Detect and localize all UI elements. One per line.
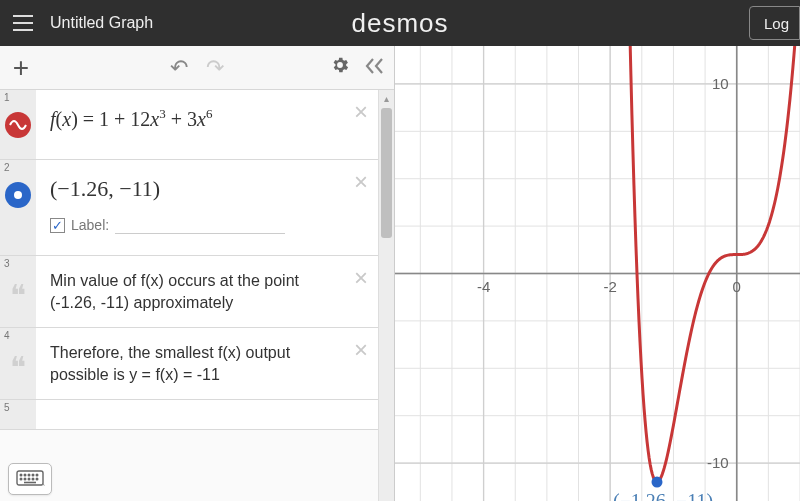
row-gutter: 1	[0, 90, 36, 159]
note-icon: ❝	[10, 360, 26, 375]
expr-text: x	[197, 108, 206, 130]
collapse-sidebar-icon[interactable]	[364, 55, 386, 81]
redo-button[interactable]: ↷	[206, 55, 224, 81]
chevron-up-icon: ⌃	[39, 482, 47, 492]
note-content[interactable]: Therefore, the smallest f(x) output poss…	[36, 328, 378, 399]
svg-text:-10: -10	[707, 454, 729, 471]
svg-point-5	[24, 474, 26, 476]
expr-text: x	[150, 108, 159, 130]
expr-text: + 3	[166, 108, 197, 130]
delete-row-icon[interactable]: ×	[354, 100, 368, 124]
row-gutter: 3 ❝	[0, 256, 36, 327]
expression-list: 1 f(x) = 1 + 12x3 + 3x6 × 2	[0, 90, 394, 501]
keyboard-button[interactable]: ⌃	[8, 463, 52, 495]
note-icon: ❝	[10, 288, 26, 303]
svg-point-50	[651, 477, 662, 488]
delete-row-icon[interactable]: ×	[354, 338, 368, 362]
expression-row[interactable]: 5	[0, 400, 378, 430]
sidebar-toolbar: + ↶ ↷	[0, 46, 394, 90]
label-checkbox[interactable]: ✓	[50, 218, 65, 233]
row-gutter: 2	[0, 160, 36, 255]
expression-row[interactable]: 1 f(x) = 1 + 12x3 + 3x6 ×	[0, 90, 378, 160]
expression-row[interactable]: 3 ❝ Min value of f(x) occurs at the poin…	[0, 256, 378, 328]
label-caption: Label:	[71, 217, 109, 233]
note-content[interactable]: Min value of f(x) occurs at the point (-…	[36, 256, 378, 327]
svg-point-4	[20, 474, 22, 476]
row-index: 1	[4, 92, 10, 103]
svg-text:-2: -2	[603, 278, 616, 295]
svg-point-13	[36, 478, 38, 480]
expression-content[interactable]: (−1.26, −11) ✓ Label:	[36, 160, 378, 255]
delete-row-icon[interactable]: ×	[354, 170, 368, 194]
row-index: 4	[4, 330, 10, 341]
menu-icon[interactable]	[0, 0, 46, 46]
gear-icon[interactable]	[330, 55, 350, 80]
expression-content[interactable]: f(x) = 1 + 12x3 + 3x6	[36, 90, 378, 159]
graph-title[interactable]: Untitled Graph	[50, 14, 153, 32]
svg-text:10: 10	[712, 75, 729, 92]
svg-text:-4: -4	[477, 278, 490, 295]
row-gutter: 4 ❝	[0, 328, 36, 399]
row-index: 2	[4, 162, 10, 173]
scroll-up-icon[interactable]: ▴	[379, 90, 394, 106]
scrollbar[interactable]: ▴	[378, 90, 394, 501]
undo-redo-group: ↶ ↷	[170, 55, 224, 81]
svg-point-11	[28, 478, 30, 480]
row-index: 5	[4, 402, 10, 413]
svg-point-9	[20, 478, 22, 480]
app-header: Untitled Graph desmos Log	[0, 0, 800, 46]
undo-button[interactable]: ↶	[170, 55, 188, 81]
expr-text: (−1.26, −11)	[50, 176, 160, 201]
svg-text:0: 0	[733, 278, 741, 295]
workspace: + ↶ ↷ 1	[0, 46, 800, 501]
svg-point-6	[28, 474, 30, 476]
scrollbar-thumb[interactable]	[381, 108, 392, 238]
delete-row-icon[interactable]: ×	[354, 266, 368, 290]
expression-row[interactable]: 4 ❝ Therefore, the smallest f(x) output …	[0, 328, 378, 400]
svg-point-12	[32, 478, 34, 480]
expr-text: 6	[206, 106, 213, 121]
label-input[interactable]	[115, 216, 285, 234]
brand-logo: desmos	[351, 8, 448, 39]
expression-sidebar: + ↶ ↷ 1	[0, 46, 395, 501]
expr-text: f	[50, 108, 56, 130]
row-index: 3	[4, 258, 10, 269]
svg-point-7	[32, 474, 34, 476]
label-row: ✓ Label:	[50, 216, 344, 234]
graph-canvas[interactable]: -4-2010-10(−1.26, −11)	[395, 46, 800, 501]
svg-point-10	[24, 478, 26, 480]
point-color-icon[interactable]	[5, 182, 31, 208]
graph-pane[interactable]: -4-2010-10(−1.26, −11)	[395, 46, 800, 501]
svg-text:(−1.26, −11): (−1.26, −11)	[613, 490, 713, 501]
expr-text: x	[62, 108, 71, 130]
expression-content[interactable]	[36, 400, 378, 429]
row-gutter: 5	[0, 400, 36, 429]
function-color-icon[interactable]	[5, 112, 31, 138]
login-button[interactable]: Log	[749, 6, 800, 40]
expression-row[interactable]: 2 (−1.26, −11) ✓ Label: ×	[0, 160, 378, 256]
add-expression-button[interactable]: +	[0, 46, 42, 90]
expr-text: = 1 + 12	[78, 108, 151, 130]
svg-point-8	[36, 474, 38, 476]
